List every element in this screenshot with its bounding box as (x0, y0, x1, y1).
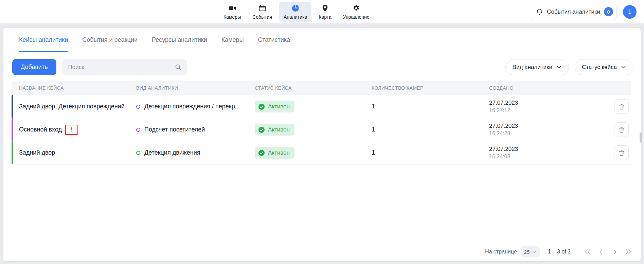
check-circle-icon (258, 103, 265, 110)
table-header-row: НАЗВАНИЕ КЕЙСА ВИД АНАЛИТИКИ СТАТУС КЕЙС… (12, 81, 631, 95)
map-pin-icon (321, 4, 329, 12)
column-header-case-status: СТАТУС КЕЙСА (255, 85, 372, 91)
main-navigation: Камеры События Аналитика Карта Управлени… (219, 0, 374, 23)
row-accent-bar (12, 141, 13, 164)
delete-case-button[interactable] (614, 99, 629, 114)
panel-resize-handle[interactable] (640, 133, 642, 143)
gear-icon (352, 4, 360, 12)
analytics-type-label: Детекция движения (144, 149, 200, 156)
table-row[interactable]: Основной вход ! Подсчет посетителей Акти… (12, 118, 631, 141)
filter-case-status[interactable]: Статус кейса (575, 59, 633, 75)
events-calendar-icon (258, 4, 266, 12)
check-circle-icon (258, 126, 265, 133)
prev-page-button[interactable] (597, 248, 605, 256)
delete-case-button[interactable] (614, 122, 629, 137)
created-date: 27.07.2023 (489, 123, 614, 129)
nav-item-cameras[interactable]: Камеры (219, 2, 245, 22)
nav-label-events: События (252, 14, 272, 20)
next-page-button[interactable] (611, 248, 619, 256)
chevron-down-icon (532, 250, 536, 254)
created-at: 27.07.2023 16:24:08 (489, 146, 614, 160)
events-count-badge: 0 (604, 7, 613, 16)
search-field-wrap (62, 59, 187, 75)
nav-label-analytics: Аналитика (284, 14, 307, 20)
per-page-label: На странице (485, 249, 517, 255)
tab-analytics-cases[interactable]: Кейсы аналитики (19, 28, 68, 52)
filter-analytics-type-label: Вид аналитики (513, 64, 552, 71)
warning-annotation-box: ! (65, 125, 78, 135)
tab-analytics-resources[interactable]: Ресурсы аналитики (152, 28, 207, 52)
created-time: 16:24:08 (489, 154, 614, 160)
analytics-type-icon (136, 128, 140, 132)
bell-icon (536, 8, 543, 16)
nav-item-analytics[interactable]: Аналитика (279, 2, 311, 22)
created-date: 27.07.2023 (489, 100, 614, 106)
nav-label-cameras: Камеры (223, 14, 241, 20)
first-page-button[interactable] (584, 248, 592, 256)
status-badge: Активен (255, 124, 294, 136)
search-input[interactable] (62, 59, 187, 75)
column-header-analytics-type: ВИД АНАЛИТИКИ (136, 85, 255, 91)
camera-count: 1 (372, 149, 489, 156)
chevron-right-icon (611, 248, 619, 256)
case-name: Задний двор. Детекция повреждений (19, 103, 125, 110)
status-badge: Активен (255, 101, 294, 112)
camera-icon (228, 4, 236, 12)
created-time: 16:27:12 (489, 107, 614, 113)
case-name: Задний двор (19, 149, 55, 156)
chevron-down-icon (621, 64, 626, 70)
topbar-right-group: События аналитики 0 1 (530, 4, 637, 20)
analytics-type-label: Подсчет посетителей (144, 126, 205, 133)
table-body: Задний двор. Детекция повреждений Детекц… (12, 95, 631, 164)
status-label: Активен (268, 103, 290, 110)
pagination-range: 1 – 3 of 3 (548, 249, 571, 255)
add-button[interactable]: Добавить (12, 59, 56, 75)
last-page-button[interactable] (624, 248, 632, 256)
per-page-value: 25 (524, 249, 530, 255)
per-page-select[interactable]: 25 (521, 246, 540, 257)
pagination-bar: На странице 25 1 – 3 of 3 (485, 246, 632, 257)
nav-item-management[interactable]: Управление (339, 2, 374, 22)
trash-icon (618, 103, 625, 110)
tab-events-reactions[interactable]: События и реакции (82, 28, 138, 52)
user-avatar[interactable]: 1 (623, 5, 637, 19)
status-badge: Активен (255, 147, 294, 159)
table-row[interactable]: Задний двор Детекция движения Активен 1 … (12, 141, 631, 164)
analytics-events-button[interactable]: События аналитики 0 (530, 4, 617, 20)
double-chevron-left-icon (584, 248, 592, 256)
status-label: Активен (268, 149, 290, 156)
column-header-case-name: НАЗВАНИЕ КЕЙСА (12, 85, 136, 91)
chevron-down-icon (556, 64, 562, 70)
tab-cameras[interactable]: Камеры (221, 28, 244, 52)
per-page-control: На странице 25 (485, 246, 540, 257)
analytics-type-icon (136, 151, 140, 155)
analytics-events-label: События аналитики (547, 8, 600, 15)
created-at: 27.07.2023 16:24:28 (489, 123, 614, 137)
analytics-type-label: Детекция повреждения / перекр... (144, 103, 240, 110)
filter-case-status-label: Статус кейса (582, 64, 617, 71)
nav-label-management: Управление (343, 14, 370, 20)
tab-bar: Кейсы аналитики События и реакции Ресурс… (3, 28, 641, 52)
created-time: 16:24:28 (489, 130, 614, 137)
case-name: Основной вход (19, 126, 62, 133)
row-accent-bar (12, 95, 13, 118)
analytics-pie-icon (291, 4, 300, 12)
exclamation-icon: ! (71, 126, 73, 133)
trash-icon (618, 149, 625, 156)
status-label: Активен (268, 126, 290, 133)
top-bar: Камеры События Аналитика Карта Управлени… (0, 0, 644, 24)
tab-statistics[interactable]: Статистика (258, 28, 290, 52)
nav-item-map[interactable]: Карта (314, 2, 336, 22)
created-date: 27.07.2023 (489, 146, 614, 153)
camera-count: 1 (372, 103, 489, 110)
nav-label-map: Карта (319, 14, 331, 20)
search-icon (175, 64, 182, 71)
check-circle-icon (258, 149, 265, 156)
chevron-left-icon (597, 248, 605, 256)
delete-case-button[interactable] (614, 145, 629, 160)
filter-analytics-type[interactable]: Вид аналитики (505, 59, 569, 75)
table-row[interactable]: Задний двор. Детекция повреждений Детекц… (12, 95, 631, 118)
filters-group: Вид аналитики Статус кейса (505, 59, 633, 75)
pager-buttons (584, 248, 632, 256)
nav-item-events[interactable]: События (248, 2, 276, 22)
